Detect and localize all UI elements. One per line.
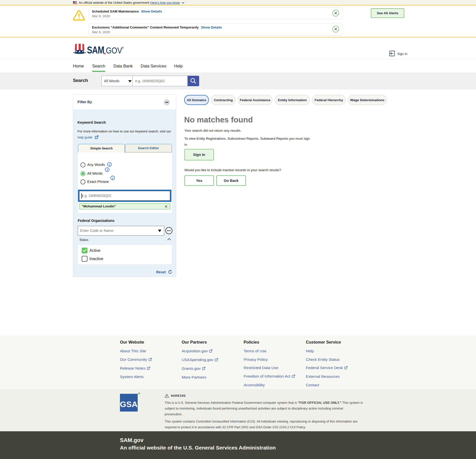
svg-text:GOV: GOV [106, 46, 122, 55]
svg-text:SAM: SAM [87, 44, 104, 55]
svg-text:®: ® [122, 46, 124, 49]
